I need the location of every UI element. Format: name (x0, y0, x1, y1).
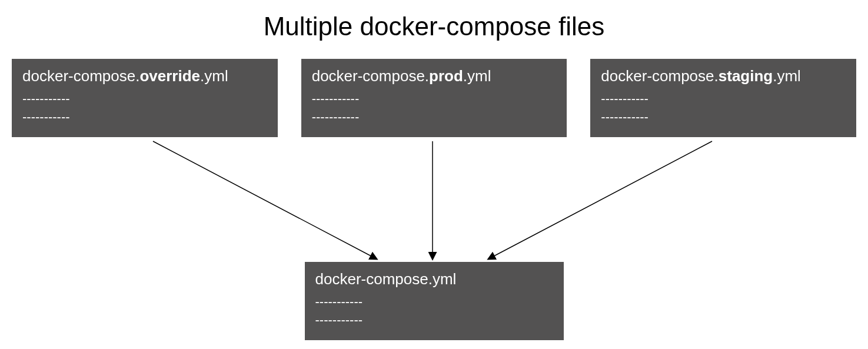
arrow-staging-to-base (488, 141, 712, 259)
file-name-base: docker-compose.yml (315, 270, 553, 288)
file-content-line: ----------- (312, 108, 557, 127)
file-bold: staging (719, 67, 773, 85)
file-content-line: ----------- (315, 311, 553, 330)
file-box-staging: docker-compose.staging.yml ----------- -… (590, 59, 856, 137)
file-content-line: ----------- (315, 293, 553, 311)
file-prefix: docker-compose. (22, 67, 139, 85)
file-content-line: ----------- (22, 90, 267, 108)
file-box-override: docker-compose.override.yml ----------- … (12, 59, 278, 137)
file-box-base: docker-compose.yml ----------- ---------… (305, 262, 564, 340)
file-name-prod: docker-compose.prod.yml (312, 67, 557, 85)
file-content-line: ----------- (22, 108, 267, 127)
file-content-line: ----------- (601, 90, 846, 108)
file-prefix: docker-compose. (312, 67, 429, 85)
diagram-title: Multiple docker-compose files (0, 0, 868, 59)
file-suffix: .yml (773, 67, 801, 85)
file-box-prod: docker-compose.prod.yml ----------- ----… (301, 59, 567, 137)
file-suffix: .yml (463, 67, 491, 85)
file-prefix: docker-compose. (601, 67, 718, 85)
file-suffix: .yml (200, 67, 228, 85)
top-row: docker-compose.override.yml ----------- … (0, 59, 868, 137)
file-content-line: ----------- (601, 108, 846, 127)
file-bold: override (139, 67, 200, 85)
file-name-staging: docker-compose.staging.yml (601, 67, 846, 85)
file-bold: prod (429, 67, 463, 85)
file-content-line: ----------- (312, 90, 557, 108)
arrow-override-to-base (153, 141, 377, 259)
file-name-override: docker-compose.override.yml (22, 67, 267, 85)
